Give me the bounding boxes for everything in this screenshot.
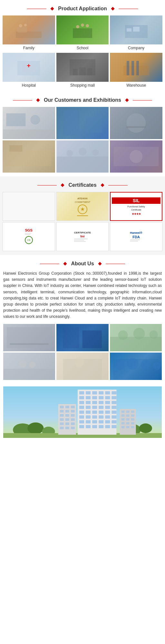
- svg-rect-86: [79, 396, 84, 399]
- cert2-content: ATDXXX COMMITMENT ★: [75, 197, 90, 216]
- svg-point-54: [133, 328, 145, 339]
- exhibition-item-6: [110, 140, 162, 173]
- svg-point-5: [76, 25, 79, 28]
- exhibition-item-3: [110, 107, 162, 139]
- exhibition-item-2: [56, 107, 109, 139]
- exhibition-item-4: [3, 140, 55, 173]
- svg-rect-88: [92, 396, 97, 399]
- svg-point-26: [30, 115, 40, 125]
- header-line-right: [119, 9, 138, 9]
- shopping-image: [56, 53, 109, 82]
- about-img-5: [56, 353, 108, 380]
- product-application-header: Product Application: [0, 0, 165, 15]
- svg-rect-85: [112, 391, 116, 394]
- product-item-school: School: [56, 15, 109, 52]
- svg-rect-117: [86, 420, 91, 423]
- svg-rect-50: [82, 330, 102, 348]
- diamond-icon-right-4: [98, 262, 102, 265]
- header-line-right-3: [108, 185, 128, 185]
- svg-point-74: [27, 422, 44, 434]
- svg-rect-152: [126, 414, 130, 417]
- svg-rect-17: [79, 67, 86, 75]
- expo3-scene: [110, 107, 162, 139]
- svg-rect-127: [112, 425, 116, 428]
- svg-rect-87: [86, 396, 91, 399]
- svg-point-68: [153, 362, 160, 370]
- about-img-4: [3, 353, 55, 380]
- svg-rect-123: [86, 425, 91, 428]
- svg-rect-97: [112, 401, 116, 404]
- certificates-grid-container: ATDXXX COMMITMENT ★ SIL Functional Safet…: [0, 192, 165, 255]
- svg-rect-92: [79, 401, 84, 404]
- svg-rect-110: [79, 415, 84, 419]
- certificates-section: Certificates: [0, 176, 165, 255]
- building-background-svg: [3, 386, 162, 438]
- svg-rect-47: [10, 343, 49, 345]
- customers-header: Our Customers and Exhibitions: [0, 91, 165, 107]
- product-grid: Family School Com: [0, 15, 165, 91]
- about1-scene: [3, 324, 55, 351]
- svg-point-65: [115, 361, 124, 370]
- product-item-company: Company: [110, 15, 162, 52]
- expo6-scene: [110, 140, 162, 173]
- company-image: [110, 15, 162, 44]
- customers-section: Our Customers and Exhibitions: [0, 91, 165, 175]
- shopping-label: Shopping mall: [56, 82, 109, 89]
- svg-rect-125: [99, 425, 103, 428]
- certificates-header: Certificates: [0, 176, 165, 192]
- svg-point-32: [127, 113, 146, 133]
- certificate-1: [3, 192, 55, 221]
- svg-rect-94: [92, 401, 97, 404]
- svg-point-3: [24, 24, 27, 26]
- svg-rect-153: [131, 414, 134, 417]
- header-line-left: [27, 9, 46, 9]
- certs-grid-top: ATDXXX COMMITMENT ★ SIL Functional Safet…: [3, 192, 162, 221]
- svg-rect-130: [65, 406, 69, 408]
- svg-rect-144: [60, 427, 64, 429]
- svg-rect-16: [73, 69, 78, 75]
- expo5-scene: [56, 140, 109, 173]
- svg-rect-49: [63, 327, 79, 348]
- diamond-icon-left-2: [36, 98, 40, 102]
- diamond-icon-left: [51, 7, 54, 10]
- svg-rect-27: [3, 129, 54, 139]
- svg-rect-9: [127, 28, 131, 32]
- certificates-title: Certificates: [68, 182, 96, 188]
- svg-point-41: [92, 149, 99, 156]
- sgs-content: SGS CE: [25, 228, 33, 245]
- svg-rect-151: [121, 414, 124, 417]
- about-img-6: [110, 353, 162, 380]
- svg-rect-36: [9, 145, 22, 152]
- svg-rect-99: [86, 406, 91, 409]
- svg-rect-124: [92, 425, 97, 428]
- svg-rect-1: [17, 27, 27, 33]
- svg-rect-23: [136, 61, 139, 75]
- about4-scene: [3, 353, 55, 380]
- family-scene-icon: [16, 22, 42, 38]
- svg-rect-101: [99, 406, 103, 409]
- svg-rect-10: [133, 27, 140, 32]
- svg-rect-149: [126, 411, 130, 413]
- svg-rect-4: [73, 28, 92, 38]
- svg-rect-46: [7, 327, 52, 348]
- svg-rect-119: [99, 420, 103, 423]
- svg-rect-114: [105, 415, 110, 419]
- svg-rect-84: [105, 391, 110, 394]
- expo2-scene: [56, 107, 109, 139]
- svg-rect-100: [92, 406, 97, 409]
- certificate-2: ATDXXX COMMITMENT ★: [56, 192, 109, 221]
- diamond-icon-right-3: [101, 183, 104, 187]
- product-item-warehouse: Warehouse: [110, 53, 162, 89]
- svg-rect-104: [79, 411, 84, 414]
- customers-title: Our Customers and Exhibitions: [44, 97, 121, 103]
- svg-rect-142: [65, 422, 69, 425]
- product-item-shopping: Shopping mall: [56, 53, 109, 89]
- svg-rect-57: [4, 369, 55, 380]
- svg-rect-29: [63, 110, 79, 136]
- svg-rect-21: [127, 61, 129, 75]
- svg-point-44: [130, 150, 143, 163]
- svg-rect-102: [105, 406, 110, 409]
- header-line-left-3: [37, 185, 57, 185]
- exhibition-item-1: [3, 107, 55, 139]
- svg-point-7: [86, 24, 89, 27]
